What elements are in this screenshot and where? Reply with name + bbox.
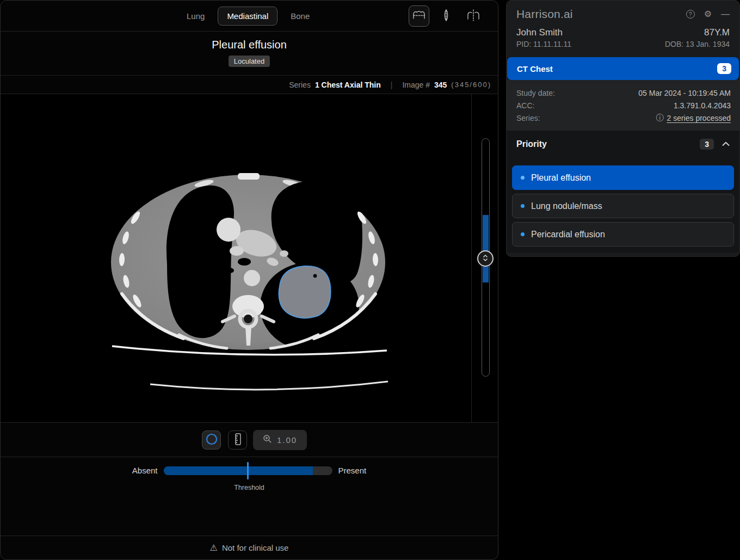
patient-name: John Smith (516, 27, 563, 38)
settings-button[interactable]: ⚙ (704, 10, 712, 19)
study-date-label: Study date: (516, 89, 555, 97)
warning-triangle-icon: ⚠ (210, 543, 218, 553)
segmentation-circle-icon (205, 433, 218, 447)
sagittal-view-button[interactable] (436, 5, 456, 27)
series-info-bar: Series 1 Chest Axial Thin | Image # 345 … (1, 75, 498, 94)
study-series-label: Series: (516, 114, 540, 122)
coronal-view-button[interactable] (463, 5, 484, 27)
finding-dot-icon (521, 232, 525, 236)
ct-axial-image (97, 155, 400, 409)
threshold-slider-track[interactable] (164, 466, 332, 475)
finding-subtype-badge: Loculated (229, 56, 270, 67)
series-label: Series (289, 81, 311, 89)
results-panel: Harrison.ai ? ⚙ — John Smith 87Y.M PID: … (506, 0, 740, 257)
threshold-slider-fill (164, 466, 313, 475)
threshold-present-label: Present (338, 466, 367, 475)
ruler-tool-button[interactable] (228, 430, 247, 450)
preset-tabs: Lung Mediastinal Bone (186, 1, 311, 32)
tab-bone[interactable]: Bone (289, 7, 311, 25)
finding-title: Pleural effusion (1, 39, 498, 51)
segmentation-overlay-toggle[interactable] (202, 430, 221, 450)
gear-icon: ⚙ (704, 10, 712, 19)
info-icon: ⓘ (656, 113, 663, 123)
study-ct-chest-button[interactable]: CT Chest 3 (507, 57, 739, 80)
panel-header: Harrison.ai ? ⚙ — (507, 1, 739, 24)
series-name: 1 Chest Axial Thin (315, 81, 381, 89)
collapse-section-button[interactable] (721, 139, 731, 149)
tab-lung[interactable]: Lung (186, 7, 206, 25)
coronal-view-icon (466, 8, 481, 24)
priority-count-badge: 3 (700, 139, 714, 150)
finding-header: Pleural effusion Loculated (1, 32, 498, 75)
zoom-level-button[interactable]: 1.00 (253, 430, 307, 450)
patient-pid: PID: 11.11.11.11 (516, 40, 571, 48)
priority-findings-list: Pleural effusion Lung nodule/mass Perica… (507, 157, 739, 253)
threshold-slider-marker[interactable] (247, 462, 249, 479)
ct-canvas[interactable] (1, 94, 472, 422)
chevron-up-icon (722, 140, 730, 148)
finding-item-label: Lung nodule/mass (531, 201, 602, 211)
study-acc-value: 1.3.791.0.4.2043 (674, 101, 731, 110)
slice-scrollbar-range (483, 215, 489, 282)
study-acc-label: ACC: (516, 101, 534, 110)
finding-item-pleural-effusion[interactable]: Pleural effusion (512, 165, 734, 190)
help-button[interactable]: ? (686, 10, 695, 19)
patient-info: John Smith 87Y.M PID: 11.11.11.11 DOB: 1… (507, 24, 739, 56)
study-title: CT Chest (517, 64, 553, 73)
image-number: 345 (434, 81, 447, 89)
minimize-icon: — (721, 10, 730, 19)
tab-mediastinal[interactable]: Mediastinal (218, 7, 278, 26)
ruler-icon (232, 433, 244, 447)
finding-item-label: Pericardial effusion (531, 230, 605, 239)
disclaimer-footer: ⚠ Not for clinical use (1, 536, 498, 559)
study-details: Study date: 05 Mar 2024 - 10:19:45 AM AC… (507, 80, 739, 131)
sagittal-view-icon (439, 8, 453, 24)
finding-item-label: Pleural effusion (531, 173, 591, 183)
axial-view-icon (411, 8, 427, 24)
threshold-caption: Threshold (1, 484, 498, 491)
scroll-chevrons-icon (482, 254, 489, 263)
disclaimer-text: Not for clinical use (222, 543, 289, 552)
image-count: (345/600) (451, 81, 491, 89)
patient-dob: DOB: 13 Jan. 1934 (665, 40, 730, 48)
study-findings-badge: 3 (717, 63, 731, 74)
image-area (1, 94, 498, 422)
help-icon: ? (686, 10, 695, 19)
patient-age-sex: 87Y.M (704, 27, 730, 38)
zoom-level-value: 1.00 (277, 435, 297, 445)
window-tabbar: Lung Mediastinal Bone (1, 1, 498, 32)
finding-item-pericardial-effusion[interactable]: Pericardial effusion (512, 222, 734, 247)
viewer-panel: Lung Mediastinal Bone (0, 0, 498, 560)
effusion-segmentation-outline (279, 266, 330, 318)
study-date-value: 05 Mar 2024 - 10:19:45 AM (638, 89, 731, 97)
viewer-toolbar: 1.00 (1, 422, 498, 457)
threshold-section: Absent Present Threshold (1, 457, 498, 537)
brand-logo: Harrison.ai (516, 8, 573, 21)
minimize-button[interactable]: — (721, 10, 730, 19)
slice-scroll-handle[interactable] (477, 250, 494, 267)
finding-dot-icon (521, 204, 525, 208)
priority-section-header[interactable]: Priority 3 (507, 131, 739, 157)
view-plane-buttons (409, 1, 484, 32)
series-processed-text: 2 series processed (667, 114, 731, 122)
divider: | (391, 81, 393, 89)
axial-view-button[interactable] (409, 5, 429, 27)
series-processed-link[interactable]: ⓘ 2 series processed (656, 113, 731, 123)
image-number-label: Image # (402, 81, 430, 89)
finding-dot-icon (521, 176, 525, 180)
zoom-magnifier-icon (263, 434, 272, 445)
threshold-absent-label: Absent (132, 466, 158, 475)
priority-title: Priority (516, 139, 547, 149)
finding-item-lung-nodule-mass[interactable]: Lung nodule/mass (512, 194, 734, 218)
